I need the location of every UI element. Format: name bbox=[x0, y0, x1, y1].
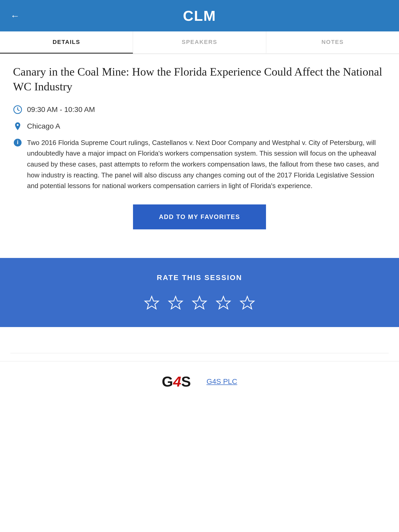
sponsor-section: G4S G4S PLC bbox=[0, 353, 399, 399]
tab-details[interactable]: DETAILS bbox=[0, 31, 133, 54]
svg-point-1 bbox=[17, 124, 19, 126]
svg-marker-6 bbox=[193, 296, 206, 309]
add-to-favorites-button[interactable]: ADD TO MY FAVORITES bbox=[133, 204, 266, 229]
location-icon bbox=[13, 122, 22, 131]
spacer bbox=[0, 327, 399, 348]
star-5[interactable] bbox=[239, 295, 256, 311]
rate-section: RATE THIS SESSION bbox=[0, 258, 399, 327]
back-button[interactable]: ← bbox=[10, 10, 20, 21]
star-2[interactable] bbox=[167, 295, 184, 311]
svg-marker-8 bbox=[241, 296, 254, 309]
session-location: Chicago A bbox=[27, 121, 60, 131]
session-title: Canary in the Coal Mine: How the Florida… bbox=[13, 64, 386, 94]
tab-notes[interactable]: NOTES bbox=[266, 31, 399, 54]
app-logo: CLM bbox=[183, 7, 216, 24]
tab-bar: DETAILS SPEAKERS NOTES bbox=[0, 31, 399, 54]
main-content: Canary in the Coal Mine: How the Florida… bbox=[0, 54, 399, 258]
sponsor-logo: G4S bbox=[162, 374, 191, 389]
time-row: 09:30 AM - 10:30 AM bbox=[13, 104, 386, 115]
svg-marker-5 bbox=[169, 296, 182, 309]
sponsor-link[interactable]: G4S PLC bbox=[207, 377, 237, 386]
svg-text:i: i bbox=[17, 139, 18, 145]
svg-marker-7 bbox=[217, 296, 230, 309]
tab-speakers[interactable]: SPEAKERS bbox=[133, 31, 266, 54]
session-description: Two 2016 Florida Supreme Court rulings, … bbox=[27, 137, 386, 191]
location-row: Chicago A bbox=[13, 121, 386, 131]
rate-title: RATE THIS SESSION bbox=[10, 274, 389, 282]
favorites-container: ADD TO MY FAVORITES bbox=[13, 204, 386, 229]
header: ← CLM bbox=[0, 0, 399, 31]
clock-icon bbox=[13, 105, 22, 114]
star-3[interactable] bbox=[191, 295, 208, 311]
divider bbox=[10, 353, 389, 353]
svg-marker-4 bbox=[145, 296, 158, 309]
star-1[interactable] bbox=[143, 295, 160, 311]
session-time: 09:30 AM - 10:30 AM bbox=[27, 104, 95, 115]
star-4[interactable] bbox=[215, 295, 232, 311]
info-icon: i bbox=[13, 138, 22, 147]
stars-container bbox=[10, 295, 389, 311]
description-row: i Two 2016 Florida Supreme Court rulings… bbox=[13, 137, 386, 191]
